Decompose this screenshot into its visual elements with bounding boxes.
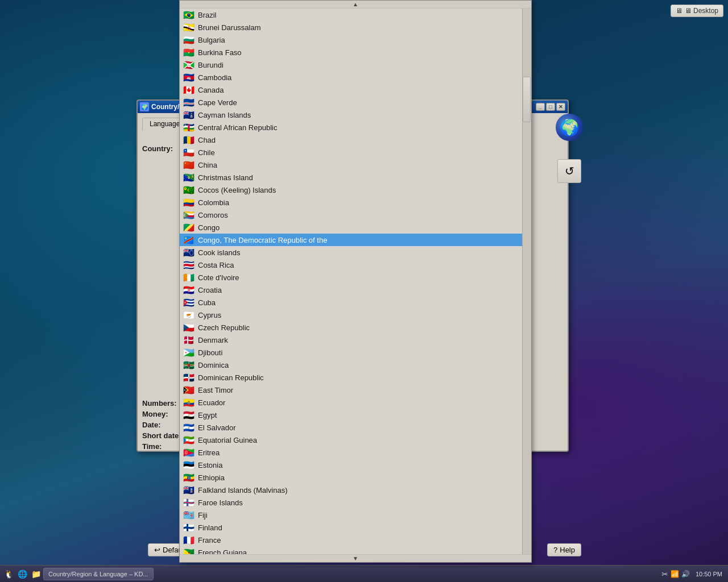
flag-icon: 🇫🇷 (183, 537, 195, 544)
flag-icon: 🇧🇷 (183, 11, 195, 19)
country-dropdown[interactable]: ▲ 🇧🇷Brazil🇧🇳Brunei Darussalam🇧🇬Bulgaria🇧… (179, 0, 532, 563)
flag-icon: 🇪🇪 (183, 462, 195, 469)
list-item[interactable]: 🇫🇮Finland (180, 521, 531, 534)
dialog-maximize-btn[interactable]: □ (546, 103, 555, 111)
list-item[interactable]: 🇨🇺Cuba (180, 296, 531, 309)
list-item[interactable]: 🇨🇾Cyprus (180, 309, 531, 321)
list-item[interactable]: 🇨🇦Canada (180, 84, 531, 96)
list-item[interactable]: 🇨🇽Christmas Island (180, 171, 531, 184)
list-item[interactable]: 🇬🇶Equatorial Guinea (180, 434, 531, 446)
list-item[interactable]: 🇨🇬Congo (180, 221, 531, 234)
list-item[interactable]: 🇨🇩Congo, The Democratic Republic of the (180, 234, 531, 246)
flag-icon: 🇨🇳 (183, 161, 195, 169)
list-item[interactable]: 🇫🇴Faroe Islands (180, 496, 531, 509)
list-item[interactable]: 🇹🇩Chad (180, 134, 531, 146)
list-item[interactable]: 🇩🇰Denmark (180, 334, 531, 346)
list-item[interactable]: 🇪🇬Egypt (180, 409, 531, 421)
list-item[interactable]: 🇪🇪Estonia (180, 459, 531, 471)
list-item[interactable]: 🇫🇯Fiji (180, 509, 531, 521)
refresh-button[interactable]: ↺ (557, 159, 581, 183)
taskbar-icon-globe[interactable]: 🌐 (16, 568, 28, 580)
dialog-minimize-btn[interactable]: _ (536, 103, 545, 111)
country-name: France (198, 536, 221, 544)
list-item[interactable]: 🇭🇷Croatia (180, 284, 531, 296)
flag-icon: 🇹🇱 (183, 386, 195, 394)
list-item[interactable]: 🇧🇫Burkina Faso (180, 46, 531, 59)
list-item[interactable]: 🇩🇯Djibouti (180, 346, 531, 359)
list-item[interactable]: 🇧🇷Brazil (180, 9, 531, 21)
flag-icon: 🇨🇷 (183, 261, 195, 269)
list-item[interactable]: 🇨🇿Czech Republic (180, 321, 531, 334)
list-item[interactable]: 🇰🇭Cambodia (180, 71, 531, 84)
dropdown-scrollbar[interactable] (522, 9, 531, 554)
list-item[interactable]: 🇨🇻Cape Verde (180, 96, 531, 109)
list-item[interactable]: 🇸🇻El Salvador (180, 421, 531, 434)
list-item[interactable]: 🇪🇹Ethiopia (180, 471, 531, 484)
list-item[interactable]: 🇨🇱Chile (180, 146, 531, 159)
flag-icon: 🇨🇴 (183, 199, 195, 206)
flag-icon: 🇪🇬 (183, 411, 195, 419)
list-item[interactable]: 🇧🇳Brunei Darussalam (180, 21, 531, 34)
desktop-button[interactable]: 🖥 🖥 Desktop (671, 5, 723, 17)
flag-icon: 🇨🇾 (183, 311, 195, 319)
list-item[interactable]: 🇨🇷Costa Rica (180, 259, 531, 271)
flag-icon: 🇧🇮 (183, 61, 195, 69)
country-name: Central African Republic (198, 123, 277, 132)
country-name: Congo (198, 223, 220, 232)
list-item[interactable]: 🇫🇰Falkland Islands (Malvinas) (180, 484, 531, 496)
list-item[interactable]: 🇧🇮Burundi (180, 59, 531, 71)
flag-icon: 🇹🇩 (183, 136, 195, 144)
list-item[interactable]: 🇩🇴Dominican Republic (180, 371, 531, 384)
list-item[interactable]: 🇧🇬Bulgaria (180, 34, 531, 46)
list-item[interactable]: 🇨🇳China (180, 159, 531, 171)
flag-icon: 🇩🇲 (183, 361, 195, 369)
country-name: Cote d'Ivoire (198, 273, 239, 282)
scroll-up-button[interactable]: ▲ (180, 1, 531, 9)
taskbar-right: ✂ 📶 🔊 10:50 PM (661, 569, 726, 579)
list-item[interactable]: 🇰🇾Cayman Islands (180, 109, 531, 121)
taskbar-app-button[interactable]: Country/Region & Language – KD... (43, 568, 154, 580)
list-item[interactable]: 🇫🇷France (180, 534, 531, 546)
globe-icon: 🌍 (556, 114, 583, 141)
list-item[interactable]: 🇨🇨Cocos (Keeling) Islands (180, 184, 531, 196)
dropdown-list: 🇧🇷Brazil🇧🇳Brunei Darussalam🇧🇬Bulgaria🇧🇫B… (180, 9, 531, 554)
help-button[interactable]: ? Help (547, 543, 581, 556)
list-item[interactable]: 🇪🇷Eritrea (180, 446, 531, 459)
country-name: El Salvador (198, 423, 235, 432)
list-item[interactable]: 🇨🇴Colombia (180, 196, 531, 209)
list-item[interactable]: 🇹🇱East Timor (180, 384, 531, 396)
country-name: Ecuador (198, 398, 225, 407)
list-item[interactable]: 🇨🇫Central African Republic (180, 121, 531, 134)
country-name: Chile (198, 148, 215, 157)
flag-icon: 🇩🇰 (183, 336, 195, 344)
taskbar-icon-folder[interactable]: 📁 (30, 568, 42, 580)
country-name: Cyprus (198, 311, 221, 319)
country-name: Congo, The Democratic Republic of the (198, 236, 327, 244)
list-item[interactable]: 🇪🇨Ecuador (180, 396, 531, 409)
flag-icon: 🇰🇲 (183, 211, 195, 219)
flag-icon: 🇩🇴 (183, 374, 195, 381)
country-name: East Timor (198, 386, 233, 394)
taskbar-icon-penguin[interactable]: 🐧 (2, 568, 15, 580)
list-item[interactable]: 🇬🇫French Guiana (180, 546, 531, 554)
country-name: Cape Verde (198, 98, 237, 107)
list-item[interactable]: 🇨🇮Cote d'Ivoire (180, 271, 531, 284)
country-name: Canada (198, 86, 224, 94)
country-name: Ethiopia (198, 473, 225, 482)
list-item[interactable]: 🇰🇲Comoros (180, 209, 531, 221)
flag-icon: 🇨🇮 (183, 274, 195, 281)
dialog-close-btn[interactable]: ✕ (556, 103, 565, 111)
scroll-down-button[interactable]: ▼ (180, 554, 531, 562)
dialog-title-icon: 🌍 (140, 102, 149, 111)
flag-icon: 🇪🇨 (183, 399, 195, 406)
flag-icon: 🇨🇿 (183, 324, 195, 331)
country-name: Finland (198, 523, 222, 532)
scrollbar-thumb[interactable] (523, 77, 531, 122)
taskbar-speaker-icon: 🔊 (681, 570, 690, 578)
help-icon: ? (553, 546, 557, 554)
flag-icon: 🇫🇯 (183, 512, 195, 519)
flag-icon: 🇭🇷 (183, 286, 195, 294)
list-item[interactable]: 🇩🇲Dominica (180, 359, 531, 371)
list-item[interactable]: 🇨🇰Cook islands (180, 246, 531, 259)
country-name: Chad (198, 136, 216, 144)
